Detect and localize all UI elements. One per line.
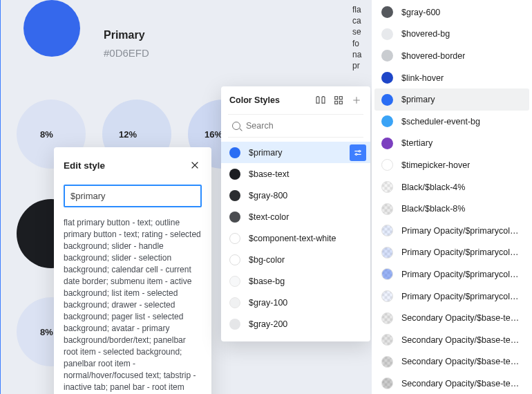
color-style-row[interactable]: $component-text-white [221, 227, 370, 249]
color-list-label: $gray-600 [401, 8, 440, 17]
opacity-label: 12% [119, 129, 137, 140]
color-list-label: $hovered-border [401, 51, 465, 61]
color-list-row[interactable]: Primary Opacity/$primarycolor-5... [372, 263, 532, 285]
opacity-label: 16% [205, 129, 222, 140]
color-style-row[interactable]: $primary [221, 142, 370, 163]
color-swatch-icon [381, 356, 393, 368]
color-list-label: Primary Opacity/$primarycolor-5... [401, 270, 522, 279]
primary-swatch-circle [23, 0, 80, 57]
library-icon[interactable] [315, 95, 326, 106]
color-list-row[interactable]: Secondary Opacity/$base-text-1... [372, 307, 532, 329]
color-list-label: Black/$black-4% [401, 182, 465, 192]
color-swatch-icon [229, 297, 240, 308]
color-list-row[interactable]: $gray-600 [372, 1, 532, 24]
canvas-background: Primary #0D6EFD flacasefonapr 8% 12% 16%… [0, 0, 532, 394]
color-list-row[interactable]: $link-hover [372, 67, 532, 89]
color-list-label: $hovered-bg [401, 29, 450, 39]
color-list-row[interactable]: Black/$black-4% [372, 176, 532, 198]
color-list-row[interactable]: Primary Opacity/$primarycolor-2... [372, 242, 532, 264]
color-list-row[interactable]: $hovered-border [372, 45, 532, 67]
swatch-name: Primary [104, 29, 145, 41]
color-swatch-icon [381, 334, 393, 346]
color-list-row[interactable]: $timepicker-hover [372, 154, 532, 176]
svg-point-4 [359, 151, 360, 152]
color-list-row[interactable]: Secondary Opacity/$base-text-2... [372, 351, 532, 373]
color-swatch-icon [229, 212, 240, 223]
edit-style-modal: Edit style flat primary button - text; o… [54, 147, 211, 394]
color-list-label: $link-hover [401, 73, 444, 83]
color-swatch-icon [381, 268, 393, 280]
color-list-label: Black/$black-8% [401, 204, 465, 214]
svg-rect-2 [335, 101, 338, 104]
color-list-panel: $gray-600$hovered-bg$hovered-border$link… [372, 0, 532, 394]
color-swatch-icon [229, 254, 240, 265]
color-swatch-icon [229, 233, 240, 244]
color-list-label: Secondary Opacity/$base-text-2... [401, 357, 522, 366]
color-list-row[interactable]: Primary Opacity/$primarycolor-1... [372, 220, 532, 242]
color-style-row[interactable]: $gray-100 [221, 292, 370, 313]
grid-icon[interactable] [333, 95, 344, 106]
color-list-label: $tertiary [401, 138, 433, 148]
color-style-label: $gray-200 [249, 319, 287, 329]
color-list-label: $scheduler-event-bg [401, 117, 480, 126]
color-list-label: Primary Opacity/$primarycolor-8% [401, 292, 522, 301]
sliders-icon [353, 148, 363, 158]
close-button[interactable] [188, 158, 202, 172]
color-style-row[interactable]: $base-text [221, 163, 370, 185]
color-style-row[interactable]: $bg-color [221, 249, 370, 270]
opacity-label: 8% [40, 129, 53, 140]
color-swatch-icon [381, 138, 393, 149]
color-list-row[interactable]: Black/$black-8% [372, 198, 532, 220]
color-swatch-icon [381, 6, 393, 18]
color-list-row[interactable]: Primary Opacity/$primarycolor-8% [372, 285, 532, 308]
color-list-label: Primary Opacity/$primarycolor-1... [401, 226, 522, 236]
color-swatch-icon [381, 203, 393, 215]
color-swatch-icon [229, 319, 240, 330]
svg-rect-1 [339, 97, 342, 100]
style-description: flat primary button - text; outline prim… [64, 217, 202, 394]
search-input[interactable] [228, 114, 363, 138]
close-icon [190, 160, 200, 170]
color-swatch-icon [381, 115, 393, 127]
adjust-button[interactable] [350, 144, 366, 161]
selection-guide-line [0, 0, 1, 394]
color-list-row[interactable]: $scheduler-event-bg [372, 111, 532, 133]
color-styles-panel: Color Styles $primary$base-text$gray-800… [221, 86, 370, 341]
color-list-row[interactable]: $primary [374, 88, 529, 111]
style-name-input[interactable] [64, 185, 202, 207]
color-style-row[interactable]: $text-color [221, 206, 370, 227]
color-list-row[interactable]: Secondary Opacity/$base-text-1... [372, 329, 532, 351]
color-style-row[interactable]: $base-bg [221, 270, 370, 292]
panel-title: Color Styles [229, 95, 280, 105]
color-list-row[interactable]: $tertiary [372, 133, 532, 155]
color-list-label: Secondary Opacity/$base-text-1... [401, 313, 522, 323]
modal-title: Edit style [64, 160, 105, 171]
truncated-text-block: flacasefonapr [352, 4, 373, 71]
color-swatch-icon [381, 377, 393, 389]
color-swatch-icon [381, 28, 393, 40]
color-swatch-icon [381, 50, 393, 62]
color-style-label: $base-bg [249, 276, 285, 286]
color-list-row[interactable]: $hovered-bg [372, 24, 532, 46]
color-swatch-icon [381, 72, 393, 84]
color-style-label: $base-text [249, 169, 289, 179]
color-list-row[interactable]: Secondary Opacity/$base-text-2... [372, 373, 532, 394]
svg-rect-0 [335, 97, 338, 100]
color-style-label: $primary [249, 148, 283, 158]
color-swatch-icon [381, 247, 393, 259]
color-swatch-icon [381, 181, 393, 193]
color-style-label: $gray-100 [249, 298, 287, 308]
color-swatch-icon [381, 94, 393, 106]
color-style-row[interactable]: $gray-800 [221, 185, 370, 206]
search-icon [232, 122, 240, 130]
plus-icon[interactable] [351, 95, 362, 106]
color-list-label: $timepicker-hover [401, 160, 470, 170]
color-swatch-icon [229, 190, 240, 201]
color-list-label: Primary Opacity/$primarycolor-2... [401, 247, 522, 257]
color-swatch-icon [229, 147, 240, 158]
color-list-label: $primary [401, 95, 435, 104]
color-swatch-icon [381, 159, 393, 171]
color-swatch-icon [229, 276, 240, 287]
color-style-row[interactable]: $gray-200 [221, 313, 370, 335]
swatch-hex: #0D6EFD [104, 47, 149, 59]
